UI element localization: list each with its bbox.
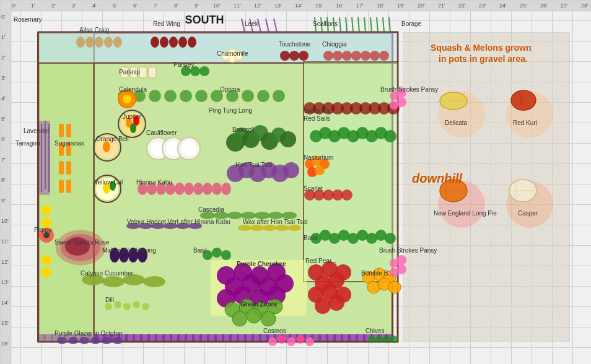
bottom-purple-strip bbox=[38, 334, 392, 342]
top-border-section bbox=[38, 32, 392, 63]
left-border-section bbox=[38, 34, 94, 337]
garden-container: 0' 1' 2' 3' 4' 5' 6' 7' 8' 9' 10' 11' 12… bbox=[0, 0, 591, 364]
gravel-area bbox=[403, 32, 570, 342]
